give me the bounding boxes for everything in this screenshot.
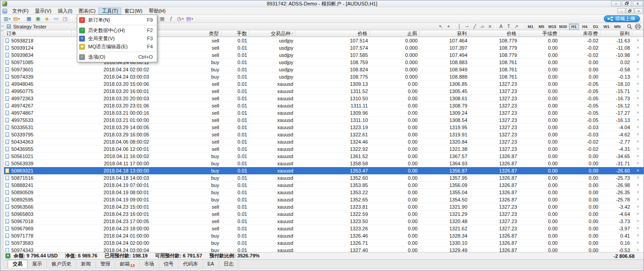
close-order-button[interactable]: × bbox=[632, 219, 644, 224]
tab-account-history[interactable]: 账户历史 bbox=[47, 261, 76, 268]
balance-expand-icon[interactable]: + bbox=[5, 253, 10, 258]
close-order-button[interactable]: × bbox=[632, 182, 644, 187]
close-order-button[interactable]: × bbox=[632, 168, 644, 173]
column-header-lots[interactable]: 手数 bbox=[221, 30, 249, 37]
close-order-button[interactable]: × bbox=[632, 45, 644, 50]
order-row[interactable]: 504369552018.04.06 12:00:01sell0.01xauus… bbox=[4, 145, 644, 153]
order-row[interactable]: 508905092018.04.19 08:00:01buy0.01xauusd… bbox=[4, 189, 644, 196]
order-row[interactable]: 499507752018.03.20 16:00:01sell0.01xauus… bbox=[4, 88, 644, 95]
strategy-tester-button[interactable]: ◳ bbox=[61, 15, 70, 23]
close-order-button[interactable]: × bbox=[632, 154, 644, 159]
menu-item-insert[interactable]: 插入(I) bbox=[55, 8, 75, 14]
menu-item-charts[interactable]: 图表(C) bbox=[75, 8, 99, 14]
column-header-order[interactable]: 订单 bbox=[4, 30, 72, 37]
order-row[interactable]: 499755332018.03.21 01:00:00sell0.01xauus… bbox=[4, 117, 644, 124]
restore-button[interactable] bbox=[622, 1, 632, 6]
order-row[interactable]: 499748672018.03.21 00:00:16sell0.01xauus… bbox=[4, 109, 644, 117]
tab-code-base[interactable]: 代码库 bbox=[179, 261, 203, 268]
close-panel-button-2[interactable]: × bbox=[1, 29, 3, 33]
dock-grip[interactable] bbox=[1, 35, 3, 266]
menu-item-metaeditor[interactable]: ◆MQ语言编辑器(E)F4 bbox=[77, 42, 157, 51]
tab-signals[interactable]: 信号 bbox=[159, 261, 179, 268]
arrows-tool[interactable]: ↗ bbox=[512, 23, 520, 30]
close-order-button[interactable]: × bbox=[632, 204, 644, 209]
order-row[interactable]: 504343632018.04.06 08:00:02sell0.01xauus… bbox=[4, 138, 644, 145]
crosshair-tool[interactable]: + bbox=[445, 23, 452, 30]
menu-item-history-center[interactable]: ◔历史数据中心(H)F2 bbox=[77, 26, 157, 34]
menu-item-global-variables[interactable]: V全局变量(V)F3 bbox=[77, 34, 157, 42]
tab-news[interactable]: 新闻 bbox=[76, 261, 96, 268]
close-order-button[interactable]: × bbox=[632, 74, 644, 79]
tab-alerts[interactable]: 警报 bbox=[96, 261, 115, 268]
close-order-button[interactable]: × bbox=[632, 125, 644, 130]
timeframe-m15[interactable]: M15 bbox=[547, 23, 557, 30]
order-row[interactable]: 509743432018.04.24 03:00:04buy0.01xauusd… bbox=[4, 247, 644, 252]
menu-item-help[interactable]: 帮助(H) bbox=[146, 8, 169, 14]
text-label-tool[interactable]: T bbox=[505, 23, 512, 30]
order-row[interactable]: 499480452018.03.20 15:00:06sell0.01xauus… bbox=[4, 80, 644, 88]
menu-item-tools[interactable]: 工具(T) bbox=[99, 8, 121, 14]
fibonacci-tool[interactable]: ≡ bbox=[486, 23, 494, 30]
order-row[interactable]: 509658032018.04.23 16:00:01sell0.01xauus… bbox=[4, 210, 644, 218]
data-window-button[interactable]: ▣ bbox=[33, 15, 42, 23]
order-row[interactable]: 509717782018.04.24 01:00:00buy0.01xauusd… bbox=[4, 232, 644, 239]
navigator-button[interactable]: ◈ bbox=[42, 15, 52, 23]
close-order-button[interactable]: × bbox=[632, 139, 644, 144]
column-header-type[interactable]: 类型 bbox=[151, 30, 221, 37]
close-order-button[interactable]: × bbox=[632, 211, 644, 216]
close-order-button[interactable]: × bbox=[632, 132, 644, 137]
timeframe-m5[interactable]: M5 bbox=[536, 23, 546, 30]
close-order-button[interactable]: × bbox=[632, 190, 644, 195]
bridge-upload-button[interactable]: 搭橋上傳 bbox=[604, 15, 640, 22]
tab-exposure[interactable]: 展示 bbox=[28, 261, 47, 268]
tile-windows-button[interactable]: ▦ bbox=[158, 15, 167, 23]
timeframe-h4[interactable]: H4 bbox=[580, 23, 590, 30]
order-row[interactable]: 508925952018.04.19 09:00:01buy0.01xauusd… bbox=[4, 196, 644, 203]
close-order-button[interactable]: × bbox=[632, 52, 644, 57]
channel-tool[interactable]: ▱ bbox=[479, 23, 486, 30]
column-header-take-profit[interactable]: 获利 bbox=[420, 30, 470, 37]
tab-mailbox[interactable]: 邮箱13 bbox=[115, 261, 140, 268]
close-order-button[interactable]: × bbox=[632, 226, 644, 231]
order-row[interactable]: 499742672018.03.20 23:01:06sell0.01xauus… bbox=[4, 102, 644, 109]
menu-item-window[interactable]: 窗口(W) bbox=[121, 8, 146, 14]
minimize-button[interactable]: – bbox=[611, 1, 621, 6]
order-row[interactable]: 505610212018.04.11 16:00:02buy0.01xauusd… bbox=[4, 153, 644, 160]
column-header-current-price[interactable]: 价格 bbox=[470, 30, 519, 37]
close-order-button[interactable]: × bbox=[632, 67, 644, 72]
search-button[interactable] bbox=[625, 23, 634, 30]
tab-journal[interactable]: 日志 bbox=[219, 261, 239, 268]
close-order-button[interactable]: × bbox=[632, 175, 644, 180]
close-order-button[interactable]: × bbox=[632, 248, 644, 252]
print-button[interactable] bbox=[634, 23, 642, 30]
menu-item-file[interactable]: 文件(F) bbox=[9, 8, 32, 14]
column-header-symbol[interactable]: 交易品种∕ bbox=[249, 30, 296, 37]
templates-button[interactable]: ▤▾ bbox=[185, 15, 194, 23]
column-header-close[interactable] bbox=[632, 30, 644, 37]
horizontal-line-tool[interactable]: ─ bbox=[463, 23, 471, 30]
order-row[interactable]: 505639392018.04.11 17:00:00buy0.01xauusd… bbox=[4, 160, 644, 167]
close-order-button[interactable]: × bbox=[632, 103, 644, 108]
close-order-button[interactable]: × bbox=[632, 146, 644, 151]
close-order-button[interactable]: × bbox=[632, 240, 644, 245]
order-row[interactable]: 503397952018.03.29 16:00:05sell0.01xauus… bbox=[4, 131, 644, 138]
tab-market[interactable]: 市场 bbox=[140, 261, 159, 268]
timeframe-mn[interactable]: MN bbox=[612, 23, 622, 30]
close-button[interactable]: × bbox=[633, 1, 643, 6]
timeframe-m30[interactable]: M30 bbox=[558, 23, 568, 30]
indicators-button[interactable]: ƒ bbox=[167, 15, 176, 23]
order-row[interactable]: 509670182018.04.23 17:00:05sell0.01xauus… bbox=[4, 218, 644, 225]
close-order-button[interactable]: × bbox=[632, 38, 644, 43]
order-row[interactable]: 509743392018.04.24 03:00:03buy0.01usdjpy… bbox=[4, 73, 644, 80]
mdi-restore-button[interactable] bbox=[626, 8, 634, 14]
order-row[interactable]: 508693212018.04.18 13:00:00buy0.01xauusd… bbox=[4, 167, 644, 174]
close-order-button[interactable]: × bbox=[632, 89, 644, 93]
close-order-button[interactable]: × bbox=[632, 81, 644, 86]
profiles-button[interactable]: ▤▾ bbox=[12, 15, 21, 23]
order-row[interactable]: 509736012018.04.24 02:00:02buy0.01usdjpy… bbox=[4, 66, 644, 73]
order-row[interactable]: 508882412018.04.19 07:00:01buy0.01xauusd… bbox=[4, 182, 644, 189]
mdi-minimize-button[interactable]: – bbox=[617, 8, 625, 14]
close-order-button[interactable]: × bbox=[632, 110, 644, 115]
mdi-close-button[interactable]: × bbox=[635, 8, 643, 14]
menu-item-view[interactable]: 显示(V) bbox=[32, 8, 55, 14]
